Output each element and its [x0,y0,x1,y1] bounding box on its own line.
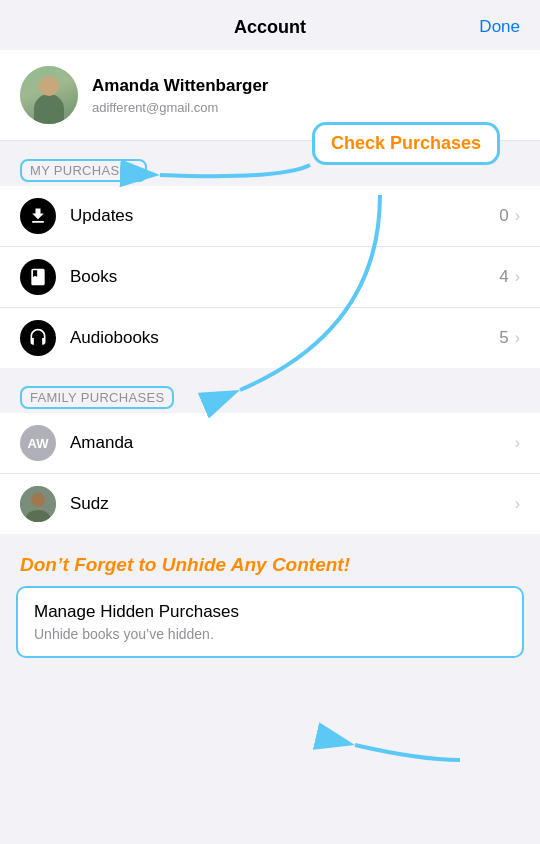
avatar-face [39,76,59,96]
done-button[interactable]: Done [470,17,520,37]
books-count: 4 [499,267,508,287]
sudz-chevron: › [515,495,520,513]
sudz-label: Sudz [70,494,515,514]
amanda-row[interactable]: AW Amanda › [0,413,540,474]
check-purchases-text: Check Purchases [331,133,481,153]
avatar-image [20,66,78,124]
manage-hidden-title: Manage Hidden Purchases [34,602,506,622]
page-title: Account [70,17,470,38]
sudz-avatar [20,486,56,522]
books-chevron: › [515,268,520,286]
avatar [20,66,78,124]
books-icon [20,259,56,295]
download-icon [28,206,48,226]
updates-row[interactable]: Updates 0 › [0,186,540,247]
books-label: Books [70,267,499,287]
amanda-avatar: AW [20,425,56,461]
updates-count: 0 [499,206,508,226]
headphones-icon [28,328,48,348]
my-purchases-label: MY PURCHASES [20,159,147,182]
book-icon [28,267,48,287]
profile-name: Amanda Wittenbarger [92,76,520,96]
audiobooks-count: 5 [499,328,508,348]
dont-forget-text: Don’t Forget to Unhide Any Content! [0,544,540,582]
section-gap-3 [0,534,540,544]
check-purchases-callout: Check Purchases [312,122,500,165]
manage-hidden-card[interactable]: Manage Hidden Purchases Unhide books you… [16,586,524,658]
family-purchases-list: AW Amanda › Sudz › [0,413,540,534]
sudz-avatar-image [20,486,56,522]
family-purchases-header-row: FAMILY PURCHASES [0,378,540,413]
amanda-chevron: › [515,434,520,452]
manage-hidden-subtitle: Unhide books you’ve hidden. [34,626,506,642]
audiobooks-icon [20,320,56,356]
manage-card-container: Manage Hidden Purchases Unhide books you… [0,582,540,668]
my-purchases-list: Updates 0 › Books 4 › Audiobooks 5 › [0,186,540,368]
sudz-row[interactable]: Sudz › [0,474,540,534]
audiobooks-row[interactable]: Audiobooks 5 › [0,308,540,368]
updates-chevron: › [515,207,520,225]
profile-email: adifferent@gmail.com [92,100,520,115]
audiobooks-chevron: › [515,329,520,347]
audiobooks-label: Audiobooks [70,328,499,348]
amanda-label: Amanda [70,433,515,453]
svg-point-1 [31,493,45,507]
updates-icon [20,198,56,234]
section-gap-2 [0,368,540,378]
profile-info: Amanda Wittenbarger adifferent@gmail.com [92,76,520,115]
updates-label: Updates [70,206,499,226]
books-row[interactable]: Books 4 › [0,247,540,308]
header: Account Done [0,0,540,50]
family-purchases-label: FAMILY PURCHASES [20,386,174,409]
